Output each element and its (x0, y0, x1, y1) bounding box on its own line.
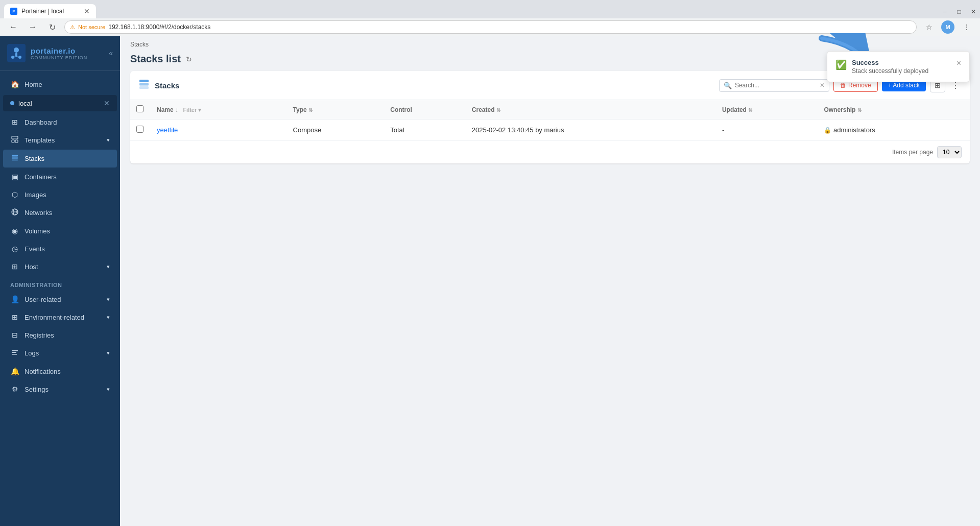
table-head: Name ↓ Filter ▾ Type ⇅ Control Created ⇅… (130, 100, 970, 119)
sidebar-item-settings[interactable]: ⚙ Settings ▾ (3, 380, 117, 398)
close-button[interactable]: ✕ (967, 5, 980, 18)
stacks-panel: Stacks 🔍 ✕ 🗑 Remove + Add stack ⊞ (130, 71, 970, 163)
sidebar-host-label: Host (25, 263, 102, 271)
env-close-icon[interactable]: ✕ (104, 99, 110, 107)
profile-button[interactable]: M (941, 20, 954, 34)
row-control-cell: Total (384, 119, 466, 141)
type-sort-icon: ⇅ (308, 107, 313, 113)
search-icon: 🔍 (724, 82, 732, 89)
sidebar-item-environment-related[interactable]: ⊞ Environment-related ▾ (3, 308, 117, 326)
row-checkbox[interactable] (136, 126, 144, 133)
sidebar-item-host[interactable]: ⊞ Host ▾ (3, 258, 117, 275)
svg-rect-17 (12, 352, 16, 353)
sidebar-collapse-button[interactable]: « (109, 49, 113, 57)
sidebar-item-volumes[interactable]: ◉ Volumes (3, 222, 117, 240)
sidebar-item-notifications[interactable]: 🔔 Notifications (3, 363, 117, 380)
sidebar-item-dashboard[interactable]: ⊞ Dashboard (3, 113, 117, 131)
sidebar-item-home[interactable]: 🏠 Home (3, 76, 117, 93)
ownership-icon: 🔒 (824, 127, 831, 134)
notification-title: Success (852, 59, 951, 66)
restore-button[interactable]: □ (952, 5, 966, 18)
search-input[interactable] (735, 82, 817, 89)
tab-close-button[interactable]: ✕ (84, 7, 90, 15)
sidebar-item-images[interactable]: ⬡ Images (3, 186, 117, 203)
row-checkbox-cell (130, 119, 151, 141)
environment-related-icon: ⊞ (10, 313, 19, 321)
browser-tab[interactable]: P Portainer | local ✕ (4, 4, 96, 18)
volumes-icon: ◉ (10, 227, 19, 235)
ownership-sort-icon: ⇅ (857, 107, 862, 113)
sidebar-nav: 🏠 Home local ✕ ⊞ Dashboard Templates ▾ (0, 71, 120, 526)
svg-rect-20 (139, 83, 149, 85)
stacks-icon (10, 154, 19, 163)
remove-icon: 🗑 (840, 82, 846, 89)
sidebar-settings-label: Settings (25, 386, 102, 393)
th-updated[interactable]: Updated ⇅ (716, 100, 818, 119)
main-content: Stacks Stacks list ↻ Stacks 🔍 (120, 36, 980, 526)
env-status-dot (10, 101, 14, 105)
forward-button[interactable]: → (26, 20, 40, 34)
logo-sub-text: Community Edition (31, 55, 87, 60)
sidebar-templates-label: Templates (25, 136, 102, 144)
refresh-button[interactable]: ↻ (186, 55, 192, 63)
logs-chevron-icon: ▾ (107, 350, 110, 356)
back-button[interactable]: ← (6, 20, 20, 34)
networks-icon (10, 208, 19, 217)
sidebar-item-events[interactable]: ◷ Events (3, 240, 117, 257)
th-ownership[interactable]: Ownership ⇅ (818, 100, 970, 119)
not-secure-label: Not secure (78, 24, 105, 30)
items-per-page-label: Items per page (892, 149, 933, 156)
sidebar-item-stacks[interactable]: Stacks (3, 150, 117, 168)
th-created[interactable]: Created ⇅ (466, 100, 716, 119)
images-icon: ⬡ (10, 190, 19, 199)
th-control: Control (384, 100, 466, 119)
address-bar[interactable]: ⚠ Not secure 192.168.1.18:9000/#!/2/dock… (64, 20, 917, 34)
svg-rect-10 (12, 155, 18, 157)
sidebar-item-user-related[interactable]: 👤 User-related ▾ (3, 291, 117, 308)
svg-point-1 (14, 47, 19, 53)
sidebar-dashboard-label: Dashboard (25, 118, 110, 126)
user-related-chevron-icon: ▾ (107, 296, 110, 303)
stacks-panel-icon (138, 79, 150, 92)
not-secure-icon: ⚠ (70, 24, 75, 31)
th-name[interactable]: Name ↓ Filter ▾ (151, 100, 287, 119)
th-type[interactable]: Type ⇅ (287, 100, 385, 119)
items-per-page-select[interactable]: 10 25 50 (937, 146, 962, 158)
th-name-filter[interactable]: Filter ▾ (183, 107, 201, 113)
sidebar-item-networks[interactable]: Networks (3, 204, 117, 222)
sidebar: portainer.io Community Edition « 🏠 Home … (0, 36, 120, 526)
svg-rect-16 (12, 350, 18, 351)
row-created-cell: 2025-02-02 13:40:45 by marius (466, 119, 716, 141)
search-box[interactable]: 🔍 ✕ (719, 79, 829, 92)
notification-close-button[interactable]: × (957, 59, 961, 68)
sidebar-item-containers[interactable]: ▣ Containers (3, 168, 117, 185)
table-row: yeetfile Compose Total 2025-02-02 13:40:… (130, 119, 970, 141)
svg-rect-19 (139, 80, 149, 82)
sidebar-networks-label: Networks (25, 209, 110, 217)
minimize-button[interactable]: – (938, 5, 951, 18)
sidebar-item-registries[interactable]: ⊟ Registries (3, 326, 117, 344)
browser-chrome: P Portainer | local ✕ – □ ✕ ← → ↻ ⚠ Not … (0, 0, 980, 36)
updated-sort-icon: ⇅ (748, 107, 752, 113)
sidebar-env-local[interactable]: local ✕ (3, 95, 117, 111)
svg-rect-2 (15, 53, 17, 57)
success-icon: ✅ (835, 59, 847, 70)
sidebar-images-label: Images (25, 191, 110, 199)
reload-button[interactable]: ↻ (45, 20, 59, 34)
svg-rect-12 (12, 159, 18, 161)
stack-name-link[interactable]: yeetfile (157, 126, 178, 134)
extensions-button[interactable]: ⋮ (960, 20, 974, 34)
sidebar-item-logs[interactable]: Logs ▾ (3, 344, 117, 362)
sidebar-registries-label: Registries (25, 331, 110, 339)
sidebar-containers-label: Containers (25, 173, 110, 181)
svg-rect-21 (139, 86, 149, 89)
sidebar-item-templates[interactable]: Templates ▾ (3, 131, 117, 149)
select-all-checkbox[interactable] (136, 105, 144, 112)
sidebar-volumes-label: Volumes (25, 227, 110, 235)
table-body: yeetfile Compose Total 2025-02-02 13:40:… (130, 119, 970, 141)
stacks-table: Name ↓ Filter ▾ Type ⇅ Control Created ⇅… (130, 100, 970, 141)
breadcrumb: Stacks (120, 36, 980, 53)
admin-section-title: Administration (0, 276, 120, 290)
bookmark-button[interactable]: ☆ (922, 20, 936, 34)
search-clear-icon[interactable]: ✕ (820, 82, 825, 89)
